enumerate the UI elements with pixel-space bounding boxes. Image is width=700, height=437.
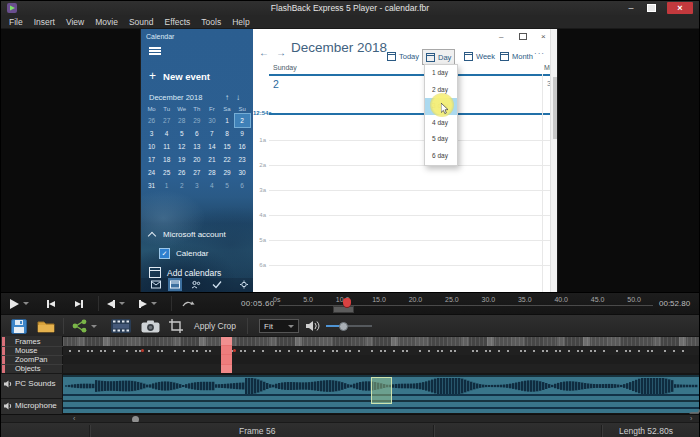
mini-cal-date[interactable]: 16 (235, 140, 250, 153)
mini-cal-date[interactable]: 30 (204, 114, 219, 127)
mini-cal-date[interactable]: 29 (219, 166, 234, 179)
export-movie-button[interactable] (111, 318, 131, 334)
ruler-handle[interactable] (333, 306, 354, 313)
mini-cal-date[interactable]: 22 (219, 153, 234, 166)
mini-cal-date[interactable]: 28 (204, 166, 219, 179)
prev-month-arrow[interactable]: ← (259, 47, 269, 58)
mini-cal-date[interactable]: 13 (189, 140, 204, 153)
apply-crop-button[interactable]: Apply Crop (194, 318, 236, 334)
menu-movie[interactable]: Movie (95, 17, 118, 27)
mini-cal-date[interactable]: 3 (189, 179, 204, 192)
mini-cal-down-icon[interactable]: ↓ (236, 93, 247, 102)
volume-slider[interactable] (326, 325, 372, 327)
timeline-ruler[interactable]: 0s5.010.015.020.025.030.035.040.045.050.… (273, 296, 641, 303)
cal-close-button[interactable]: × (541, 32, 546, 41)
mouse-track[interactable] (63, 346, 699, 355)
mini-cal-date[interactable]: 4 (204, 179, 219, 192)
mini-cal-date[interactable]: 12 (174, 140, 189, 153)
mini-cal-date[interactable]: 14 (204, 140, 219, 153)
dropdown-item-1-day[interactable]: 1 day (425, 65, 457, 82)
go-to-end-button[interactable] (75, 296, 83, 311)
loop-button[interactable] (181, 296, 195, 311)
open-button[interactable] (37, 318, 55, 334)
share-caret-icon[interactable] (91, 325, 97, 328)
mini-cal-date[interactable]: 2 (174, 179, 189, 192)
track-label-zoompan[interactable]: ZoomPan (15, 355, 48, 364)
track-label-microphone[interactable]: Microphone (15, 401, 57, 410)
pc-sounds-speaker-icon[interactable] (4, 380, 13, 388)
menu-insert[interactable]: Insert (34, 17, 55, 27)
mini-cal-date[interactable]: 30 (235, 166, 250, 179)
track-label-frames[interactable]: Frames (15, 337, 40, 346)
mini-cal-date[interactable]: 2 (235, 114, 250, 127)
mini-cal-date[interactable]: 17 (144, 153, 159, 166)
dropdown-item-6-day[interactable]: 6 day (425, 148, 457, 165)
sound-marker[interactable] (371, 377, 392, 404)
step-forward-button[interactable] (139, 296, 157, 311)
mini-cal-date[interactable]: 7 (204, 127, 219, 140)
mini-cal-date[interactable]: 25 (159, 166, 174, 179)
today-button[interactable]: Today (384, 49, 422, 63)
go-to-start-button[interactable] (47, 296, 55, 311)
track-label-mouse[interactable]: Mouse (15, 346, 38, 355)
mini-cal-date[interactable]: 6 (189, 127, 204, 140)
mini-cal-date[interactable]: 6 (235, 179, 250, 192)
hamburger-icon[interactable] (149, 47, 161, 55)
maximize-button[interactable] (642, 2, 660, 14)
settings-gear-icon[interactable] (239, 280, 249, 289)
crop-button[interactable] (169, 318, 183, 334)
play-button[interactable] (10, 296, 29, 311)
mini-cal-up-icon[interactable]: ↑ (225, 93, 236, 102)
frames-track[interactable] (63, 337, 699, 346)
mini-cal-date[interactable]: 15 (219, 140, 234, 153)
menu-sound[interactable]: Sound (129, 17, 154, 27)
mute-button[interactable] (306, 318, 320, 334)
timeline-playhead[interactable] (221, 337, 232, 373)
zoompan-track[interactable] (63, 355, 699, 364)
menu-tools[interactable]: Tools (201, 17, 221, 27)
step-back-caret-icon[interactable] (119, 302, 125, 305)
dropdown-item-4-day[interactable]: 4 day (425, 115, 457, 132)
snapshot-button[interactable] (141, 318, 160, 334)
mini-cal-date[interactable]: 8 (219, 127, 234, 140)
month-view-button[interactable]: Month (497, 49, 536, 63)
minimize-button[interactable]: – (623, 2, 639, 14)
step-forward-caret-icon[interactable] (151, 302, 157, 305)
cal-maximize-button[interactable] (519, 33, 527, 42)
menu-file[interactable]: File (9, 17, 23, 27)
day-view-button[interactable]: Day (422, 49, 455, 65)
mini-cal-date[interactable]: 27 (159, 114, 174, 127)
mini-cal-date[interactable]: 18 (159, 153, 174, 166)
zoom-mode-select[interactable]: Fit (259, 319, 299, 333)
mini-cal-date[interactable]: 23 (235, 153, 250, 166)
mini-cal-date[interactable]: 11 (159, 140, 174, 153)
mail-icon[interactable] (151, 280, 161, 289)
microphone-speaker-icon[interactable] (4, 402, 13, 410)
mini-cal-date[interactable]: 26 (174, 166, 189, 179)
mini-cal-date[interactable]: 3 (144, 127, 159, 140)
save-button[interactable] (11, 318, 27, 334)
mini-cal-date[interactable]: 31 (144, 179, 159, 192)
cal-minimize-button[interactable]: – (499, 32, 503, 41)
mini-cal-date[interactable]: 28 (174, 114, 189, 127)
account-section[interactable]: Microsoft account (149, 230, 226, 239)
menu-effects[interactable]: Effects (165, 17, 191, 27)
mini-cal-date[interactable]: 27 (189, 166, 204, 179)
mini-cal-date[interactable]: 20 (189, 153, 204, 166)
mini-cal-date[interactable]: 24 (144, 166, 159, 179)
mini-cal-date[interactable]: 4 (159, 127, 174, 140)
mini-cal-date[interactable]: 5 (174, 127, 189, 140)
calendar-scrollbar[interactable] (550, 29, 557, 292)
mini-cal-date[interactable]: 9 (235, 127, 250, 140)
week-view-button[interactable]: Week (461, 49, 498, 63)
calendar-icon[interactable] (170, 280, 180, 289)
mini-cal-date[interactable]: 29 (189, 114, 204, 127)
calendar-scrollbar-thumb[interactable] (553, 77, 557, 139)
tasks-icon[interactable] (212, 280, 222, 289)
checkbox-checked-icon[interactable]: ✓ (159, 248, 170, 259)
menu-help[interactable]: Help (232, 17, 249, 27)
mini-cal-date[interactable]: 10 (144, 140, 159, 153)
mini-cal-date[interactable]: 1 (219, 114, 234, 127)
share-button[interactable] (72, 318, 97, 334)
track-label-objects[interactable]: Objects (15, 364, 40, 373)
